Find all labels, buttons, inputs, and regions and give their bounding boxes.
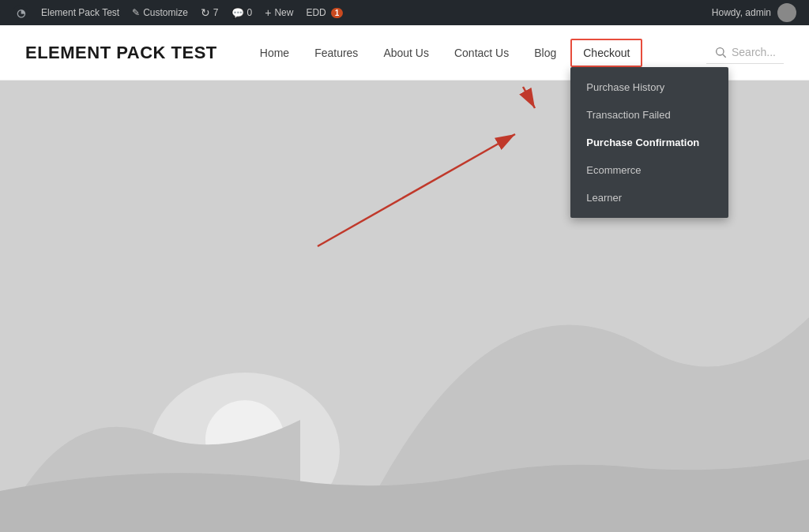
site-name-button[interactable]: Element Pack Test bbox=[35, 0, 126, 25]
search-icon bbox=[714, 46, 727, 58]
nav-item-features[interactable]: Features bbox=[303, 40, 369, 66]
customize-label: Customize bbox=[143, 7, 188, 18]
customize-button[interactable]: ✎ Customize bbox=[126, 0, 194, 25]
nav-item-blog[interactable]: Blog bbox=[523, 40, 567, 66]
nav-item-checkout[interactable]: Checkout bbox=[570, 39, 642, 67]
admin-bar-site-name: Element Pack Test bbox=[41, 7, 119, 18]
edd-label: EDD bbox=[306, 7, 325, 18]
customize-icon: ✎ bbox=[132, 7, 140, 18]
wordpress-icon: ◔ bbox=[13, 5, 28, 21]
new-label: New bbox=[274, 7, 293, 18]
dropdown-item-transaction-failed[interactable]: Transaction Failed bbox=[570, 101, 728, 129]
updates-icon: ↻ bbox=[201, 6, 210, 19]
svg-line-1 bbox=[723, 54, 726, 58]
edd-button[interactable]: EDD 1 bbox=[299, 0, 349, 25]
nav-item-home[interactable]: Home bbox=[249, 40, 300, 66]
dropdown-item-learner[interactable]: Learner bbox=[570, 184, 728, 212]
dropdown-item-purchase-history[interactable]: Purchase History bbox=[570, 73, 728, 101]
wp-logo-button[interactable]: ◔ bbox=[6, 0, 35, 25]
site-logo[interactable]: ELEMENT PACK TEST bbox=[25, 43, 217, 63]
plus-icon: + bbox=[265, 6, 271, 19]
admin-bar: ◔ Element Pack Test ✎ Customize ↻ 7 💬 0 … bbox=[0, 0, 809, 25]
updates-button[interactable]: ↻ 7 bbox=[194, 0, 225, 25]
svg-point-0 bbox=[717, 48, 724, 55]
comments-icon: 💬 bbox=[231, 7, 244, 19]
dropdown-item-purchase-confirmation[interactable]: Purchase Confirmation bbox=[570, 129, 728, 156]
nav-item-about[interactable]: About Us bbox=[372, 40, 440, 66]
edd-badge: 1 bbox=[331, 8, 344, 18]
search-placeholder: Search... bbox=[732, 46, 776, 58]
nav-item-contact[interactable]: Contact Us bbox=[443, 40, 520, 66]
dropdown-item-ecommerce[interactable]: Ecommerce bbox=[570, 156, 728, 184]
comments-button[interactable]: 💬 0 bbox=[225, 0, 259, 25]
site-header: ELEMENT PACK TEST Home Features About Us… bbox=[0, 25, 809, 81]
avatar bbox=[777, 3, 796, 22]
admin-bar-right: Howdy, admin bbox=[706, 0, 803, 25]
updates-count: 7 bbox=[213, 7, 219, 18]
nav-item-checkout-wrapper: Checkout Purchase History Transaction Fa… bbox=[570, 39, 642, 67]
new-content-button[interactable]: + New bbox=[258, 0, 299, 25]
howdy-button[interactable]: Howdy, admin bbox=[706, 0, 803, 25]
checkout-dropdown: Purchase History Transaction Failed Purc… bbox=[570, 67, 728, 218]
search-bar[interactable]: Search... bbox=[706, 41, 784, 64]
comments-count: 0 bbox=[247, 7, 253, 18]
site-nav: Home Features About Us Contact Us Blog C… bbox=[249, 39, 706, 67]
howdy-text: Howdy, admin bbox=[712, 7, 771, 18]
